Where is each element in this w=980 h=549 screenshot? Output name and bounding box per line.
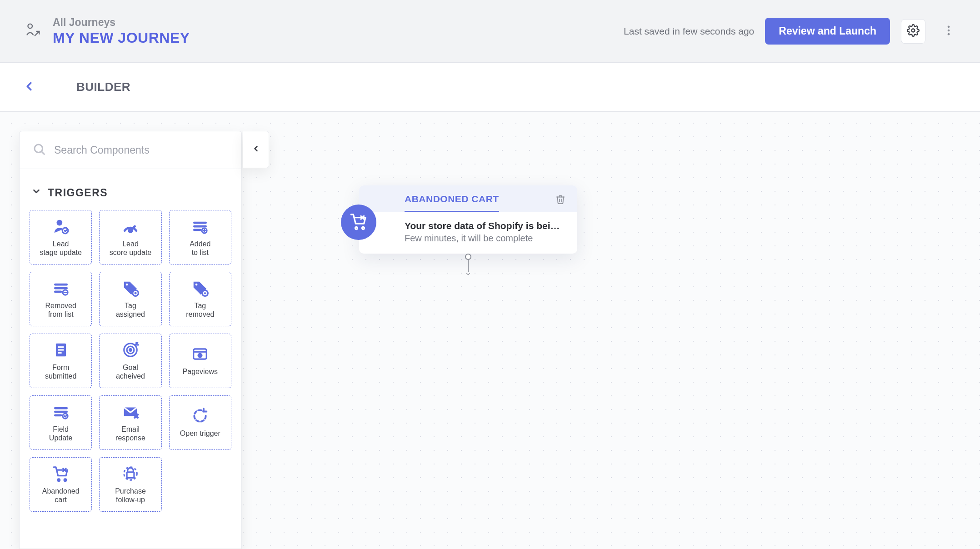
trigger-card-goal-acheived[interactable]: Goal acheived bbox=[99, 334, 161, 388]
trigger-card-tag-removed[interactable]: Tag removed bbox=[169, 272, 231, 326]
topbar-right: Last saved in few seconds ago Review and… bbox=[624, 18, 961, 45]
trigger-card-pageviews[interactable]: Pageviews bbox=[169, 334, 231, 388]
node-title: ABANDONED CART bbox=[405, 194, 499, 212]
svg-point-38 bbox=[198, 354, 202, 358]
svg-point-3 bbox=[948, 30, 950, 32]
svg-point-7 bbox=[56, 220, 62, 226]
back-button[interactable] bbox=[0, 63, 58, 111]
trigger-card-label: Lead stage update bbox=[40, 240, 82, 257]
trigger-card-added-to-list[interactable]: Added to list bbox=[169, 210, 231, 265]
components-panel: TRIGGERS Lead stage updateLead score upd… bbox=[19, 131, 242, 549]
svg-rect-46 bbox=[127, 472, 134, 478]
triggers-grid: Lead stage updateLead score updateAdded … bbox=[30, 210, 231, 512]
node-connector[interactable] bbox=[465, 254, 471, 277]
collapse-panel-button[interactable] bbox=[243, 131, 269, 168]
trigger-card-label: Purchase follow-up bbox=[115, 487, 146, 504]
trigger-card-email-response[interactable]: Email response bbox=[99, 395, 161, 450]
search-bar bbox=[20, 131, 241, 169]
arrow-down-icon bbox=[465, 272, 471, 277]
open-trigger-icon bbox=[191, 407, 209, 424]
triggers-heading-label: TRIGGERS bbox=[48, 187, 108, 199]
trigger-card-label: Email response bbox=[115, 425, 145, 442]
trigger-card-label: Tag removed bbox=[186, 301, 214, 319]
svg-point-22 bbox=[126, 284, 128, 286]
breadcrumb-parent[interactable]: All Journeys bbox=[53, 16, 190, 29]
trigger-card-lead-stage-update[interactable]: Lead stage update bbox=[30, 210, 92, 265]
journey-logo-icon bbox=[22, 20, 43, 43]
trigger-card-lead-score-update[interactable]: Lead score update bbox=[99, 210, 161, 265]
canvas[interactable]: TRIGGERS Lead stage updateLead score upd… bbox=[0, 112, 980, 549]
node-message-line2: Few minutes, it will be complete bbox=[405, 233, 565, 244]
removed-from-list-icon bbox=[52, 279, 70, 297]
lead-stage-update-icon bbox=[52, 218, 70, 235]
trigger-card-abandoned-cart[interactable]: Abandoned cart bbox=[30, 457, 92, 512]
subbar: BUILDER bbox=[0, 63, 980, 112]
trigger-card-label: Field Update bbox=[49, 425, 73, 442]
trigger-card-label: Removed from list bbox=[45, 301, 76, 319]
node-badge bbox=[341, 205, 376, 240]
settings-button[interactable] bbox=[901, 19, 925, 44]
node-abandoned-cart[interactable]: ABANDONED CART Your store data of Shopif… bbox=[359, 185, 577, 254]
svg-point-43 bbox=[58, 479, 60, 481]
chevron-left-icon bbox=[251, 144, 260, 155]
svg-point-0 bbox=[28, 24, 32, 28]
trigger-card-label: Lead score update bbox=[110, 240, 152, 257]
trigger-card-label: Pageviews bbox=[183, 367, 218, 376]
added-to-list-icon bbox=[191, 218, 209, 235]
topbar-left: All Journeys MY NEW JOURNEY bbox=[22, 16, 190, 46]
topbar: All Journeys MY NEW JOURNEY Last saved i… bbox=[0, 0, 980, 63]
svg-point-1 bbox=[912, 29, 915, 32]
field-update-icon bbox=[52, 403, 70, 420]
email-response-icon bbox=[122, 403, 139, 420]
trigger-card-label: Open trigger bbox=[180, 429, 220, 438]
svg-point-35 bbox=[130, 349, 132, 351]
trigger-card-label: Added to list bbox=[190, 240, 210, 257]
tag-removed-icon bbox=[191, 279, 209, 297]
abandoned-cart-icon bbox=[350, 212, 368, 232]
svg-point-2 bbox=[948, 26, 950, 28]
search-input[interactable] bbox=[54, 144, 229, 156]
overflow-icon bbox=[942, 24, 955, 38]
svg-line-6 bbox=[42, 152, 45, 155]
goal-acheived-icon bbox=[122, 341, 139, 359]
trigger-card-open-trigger[interactable]: Open trigger bbox=[169, 395, 231, 450]
trigger-card-purchase-follow-up[interactable]: Purchase follow-up bbox=[99, 457, 161, 512]
chevron-down-icon bbox=[31, 186, 41, 199]
form-submitted-icon bbox=[52, 341, 70, 359]
search-icon bbox=[32, 142, 46, 158]
last-saved-label: Last saved in few seconds ago bbox=[624, 26, 754, 37]
trigger-card-removed-from-list[interactable]: Removed from list bbox=[30, 272, 92, 326]
tag-assigned-icon bbox=[122, 279, 139, 297]
svg-point-48 bbox=[362, 227, 365, 230]
more-button[interactable] bbox=[936, 19, 961, 44]
chevron-left-icon bbox=[22, 80, 36, 95]
svg-point-4 bbox=[948, 33, 950, 35]
trigger-card-label: Abandoned cart bbox=[42, 487, 80, 504]
breadcrumb: All Journeys MY NEW JOURNEY bbox=[53, 16, 190, 46]
delete-node-button[interactable] bbox=[555, 194, 565, 206]
purchase-follow-up-icon bbox=[122, 465, 139, 482]
pageviews-icon bbox=[191, 345, 209, 363]
trigger-card-field-update[interactable]: Field Update bbox=[30, 395, 92, 450]
trigger-card-form-submitted[interactable]: Form submitted bbox=[30, 334, 92, 388]
svg-point-47 bbox=[355, 227, 358, 230]
gear-icon bbox=[907, 24, 920, 38]
trash-icon bbox=[555, 198, 565, 206]
lead-score-update-icon bbox=[122, 218, 139, 235]
triggers-section-header[interactable]: TRIGGERS bbox=[31, 186, 230, 199]
trigger-card-label: Goal acheived bbox=[116, 363, 145, 380]
trigger-card-label: Form submitted bbox=[45, 363, 76, 380]
svg-point-44 bbox=[64, 479, 66, 481]
trigger-card-label: Tag assigned bbox=[116, 301, 145, 319]
review-and-launch-button[interactable]: Review and Launch bbox=[765, 18, 890, 45]
page-title: MY NEW JOURNEY bbox=[53, 30, 190, 46]
node-message-line1: Your store data of Shopify is being sync… bbox=[405, 220, 565, 231]
svg-point-26 bbox=[195, 284, 198, 286]
abandoned-cart-icon bbox=[52, 465, 70, 482]
subbar-title: BUILDER bbox=[76, 80, 130, 94]
trigger-card-tag-assigned[interactable]: Tag assigned bbox=[99, 272, 161, 326]
